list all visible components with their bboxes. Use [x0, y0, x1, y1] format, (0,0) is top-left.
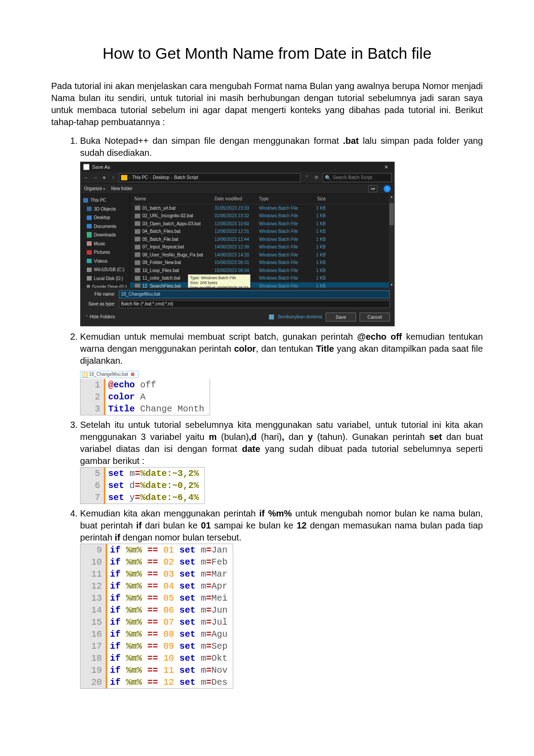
header-date[interactable]: Date modified: [214, 196, 259, 202]
close-icon[interactable]: ×: [378, 162, 394, 172]
music-icon: [87, 241, 92, 246]
code-line: set m=%date:~3,2%: [104, 467, 204, 480]
file-date: 13/06/2023 12:44: [214, 236, 259, 243]
file-row[interactable]: 03_Open_batch_Apps-03.bat12/06/2023 10:5…: [130, 220, 394, 228]
nav-label: Videos: [94, 258, 107, 264]
navigation-pane: This PC 3D Objects Desktop Documents Dow…: [81, 194, 130, 288]
saveastype-input[interactable]: Batch file (*.bat;*.cmd;*.nt): [119, 300, 390, 308]
breadcrumb-thispc[interactable]: This PC: [132, 175, 148, 181]
tab-close-icon[interactable]: ⊠: [131, 372, 134, 377]
nav-pictures[interactable]: Pictures: [81, 248, 129, 257]
nav-music[interactable]: Music: [81, 240, 129, 248]
file-date: 14/06/2023 14:20: [214, 252, 259, 258]
file-icon: [82, 372, 88, 378]
nav-recent-icon[interactable]: ▾: [101, 174, 107, 181]
nav-up-icon[interactable]: ↑: [110, 174, 116, 181]
nav-google-drive[interactable]: Google Drive (G:): [81, 283, 129, 288]
text: if %m%: [259, 508, 291, 518]
file-type: Windows Batch File: [259, 260, 303, 266]
save-button[interactable]: Save: [326, 313, 356, 321]
file-row[interactable]: 05_Batch_File.bat13/06/2023 12:44Windows…: [130, 236, 394, 244]
line-number: 10: [81, 556, 106, 568]
line-number: 13: [81, 592, 106, 604]
nav-documents[interactable]: Documents: [81, 222, 129, 231]
file-size: 1 KB: [303, 244, 326, 250]
header-size[interactable]: Size: [303, 196, 326, 202]
view-options-icon[interactable]: ≡▾: [368, 185, 377, 192]
nav-videos[interactable]: Videos: [81, 257, 129, 266]
file-name: 05_Batch_File.bat: [142, 236, 178, 243]
breadcrumb-folder[interactable]: Batch Script: [174, 175, 198, 181]
organize-menu[interactable]: Organize: [84, 186, 105, 192]
header-type[interactable]: Type: [259, 196, 303, 202]
code-line: if %m% == 04 set m=Apr: [106, 580, 233, 592]
nav-disk-c[interactable]: Win10USB (C:): [81, 265, 129, 274]
file-row[interactable]: 07_Input_Repeat.bat14/06/2023 12:38Windo…: [130, 243, 394, 251]
text: Title: [316, 344, 334, 354]
line-number: 18: [81, 652, 106, 664]
objects3d-icon: [87, 207, 92, 211]
nav-desktop[interactable]: Desktop: [81, 213, 129, 222]
code-line: @echo off: [104, 379, 162, 391]
file-row[interactable]: 11_color_batch.bat15/06/2023 09:16Window…: [130, 274, 394, 282]
file-row[interactable]: 12_SearchFiles.bat16/06/2023 14:50Window…: [130, 282, 394, 288]
text: dengan nomor bulan tersebut.: [120, 532, 241, 542]
breadcrumb-dropdown-icon[interactable]: ˅: [303, 175, 310, 181]
text: set: [429, 432, 442, 442]
nav-label: Documents: [94, 224, 117, 230]
scroll-down-icon[interactable]: ▾: [389, 282, 394, 288]
line-number: 2: [81, 391, 104, 403]
file-row[interactable]: 04_Batch_Files.bat12/06/2023 12:31Window…: [130, 228, 394, 236]
nav-label: Music: [94, 241, 105, 247]
text: , dan tentukan: [256, 344, 316, 354]
breadcrumb-sep: ›: [171, 175, 172, 180]
code-block-3: 9if %m% == 01 set m=Jan10if %m% == 02 se…: [80, 544, 233, 689]
search-input[interactable]: 🔍 Search Batch Script: [323, 173, 392, 182]
checkbox[interactable]: [269, 314, 274, 320]
cancel-button[interactable]: Cancel: [360, 313, 390, 321]
hide-folders-button[interactable]: Hide Folders: [85, 314, 115, 320]
line-number: 19: [81, 664, 106, 676]
save-as-dialog: Save As × ← → ▾ ↑ › This PC › Desktop ›: [80, 162, 395, 326]
file-type: Windows Batch File: [259, 283, 303, 288]
nav-this-pc[interactable]: This PC: [81, 196, 129, 205]
file-row[interactable]: 10_Loop_Files.bat15/06/2023 08:34Windows…: [130, 267, 394, 275]
text: Kemudian untuk memulai membuat script ba…: [80, 332, 357, 341]
text: 12: [297, 520, 307, 530]
nav-label: Local Disk (D:): [94, 276, 123, 282]
window-title: Save As: [92, 164, 378, 171]
nav-back-icon[interactable]: ←: [83, 174, 89, 181]
scroll-thumb[interactable]: [389, 203, 394, 225]
nav-label: Win10USB (C:): [94, 267, 124, 273]
nav-forward-icon[interactable]: →: [92, 174, 98, 181]
nav-downloads[interactable]: Downloads: [81, 231, 129, 240]
editor-tab[interactable]: 18_ChangeMou.bat⊠: [80, 371, 138, 378]
text: (bulan): [217, 432, 249, 442]
text: y: [308, 432, 313, 442]
file-size: 1 KB: [303, 260, 326, 266]
file-row[interactable]: 09_Folder_New.bat15/06/2023 06:31Windows…: [130, 259, 394, 267]
file-name: 07_Input_Repeat.bat: [142, 244, 184, 250]
nav-3d-objects[interactable]: 3D Objects: [81, 205, 129, 214]
header-name[interactable]: Name: [134, 196, 214, 202]
file-row[interactable]: 08_User_YesNo_Bugs_Fix.bat14/06/2023 14:…: [130, 251, 394, 259]
file-name: 10_Loop_Files.bat: [142, 268, 179, 274]
filename-label: File name:: [85, 291, 115, 297]
refresh-icon[interactable]: ⟳: [313, 175, 320, 181]
text: dan: [284, 432, 308, 442]
filename-input[interactable]: 18_ChangeMou.bat: [119, 290, 390, 298]
nav-disk-d[interactable]: Local Disk (D:): [81, 274, 129, 283]
new-folder-button[interactable]: New folder: [111, 186, 133, 192]
bat-file-icon: [134, 213, 141, 219]
file-row[interactable]: 02_URL_Incognito-02.bat01/06/2023 23:32W…: [130, 212, 394, 220]
toolbar: Organize New folder ≡▾ ?: [81, 184, 394, 194]
help-icon[interactable]: ?: [384, 185, 391, 192]
file-row[interactable]: 01_batch_url.bat31/05/2023 23:33Windows …: [130, 204, 394, 212]
breadcrumb[interactable]: › This PC › Desktop › Batch Script: [119, 173, 300, 182]
breadcrumb-desktop[interactable]: Desktop: [153, 175, 170, 181]
scrollbar[interactable]: ▴ ▾: [389, 194, 394, 288]
scroll-up-icon[interactable]: ▴: [389, 194, 394, 199]
text: if: [115, 532, 120, 542]
bat-file-icon: [134, 236, 141, 242]
nav-label: This PC: [90, 197, 106, 203]
